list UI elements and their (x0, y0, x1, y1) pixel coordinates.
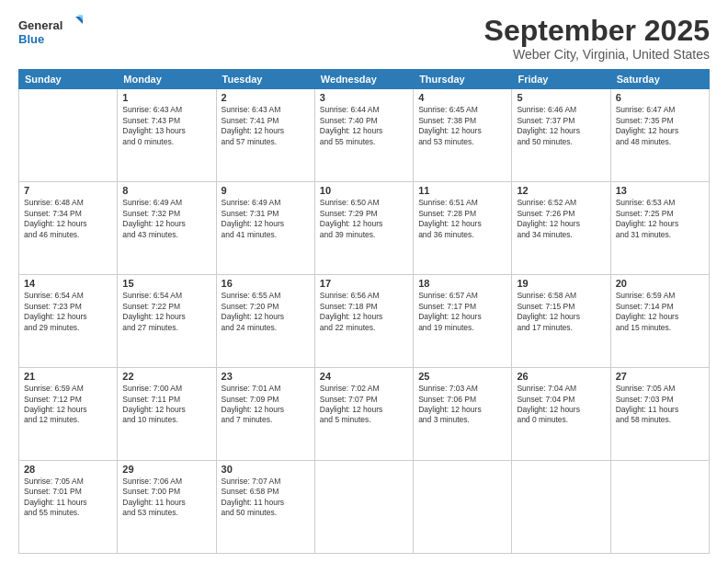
calendar-cell: 9Sunrise: 6:49 AMSunset: 7:31 PMDaylight… (216, 182, 314, 275)
weekday-header-monday: Monday (118, 70, 216, 89)
cell-info: Sunrise: 6:55 AMSunset: 7:20 PMDaylight:… (222, 291, 310, 333)
calendar-cell: 5Sunrise: 6:46 AMSunset: 7:37 PMDaylight… (512, 89, 610, 182)
cell-info: Sunrise: 6:54 AMSunset: 7:23 PMDaylight:… (24, 291, 112, 333)
week-row-1: 1Sunrise: 6:43 AMSunset: 7:43 PMDaylight… (19, 89, 710, 182)
day-number: 11 (418, 185, 506, 196)
calendar-cell: 7Sunrise: 6:48 AMSunset: 7:34 PMDaylight… (19, 182, 118, 275)
day-number: 3 (320, 92, 408, 103)
calendar-cell: 20Sunrise: 6:59 AMSunset: 7:14 PMDayligh… (610, 275, 709, 368)
calendar-cell: 26Sunrise: 7:04 AMSunset: 7:04 PMDayligh… (512, 368, 610, 461)
weekday-header-wednesday: Wednesday (314, 70, 413, 89)
cell-info: Sunrise: 6:58 AMSunset: 7:15 PMDaylight:… (517, 291, 605, 333)
day-number: 25 (418, 371, 506, 382)
svg-text:General: General (18, 18, 63, 32)
location: Weber City, Virginia, United States (484, 47, 710, 62)
day-number: 2 (222, 92, 310, 103)
cell-info: Sunrise: 6:45 AMSunset: 7:38 PMDaylight:… (418, 105, 506, 147)
title-block: September 2025 Weber City, Virginia, Uni… (484, 15, 710, 62)
cell-info: Sunrise: 7:04 AMSunset: 7:04 PMDaylight:… (517, 384, 605, 426)
day-number: 14 (24, 278, 112, 289)
calendar-cell (610, 461, 709, 554)
cell-info: Sunrise: 7:00 AMSunset: 7:11 PMDaylight:… (122, 384, 210, 426)
day-number: 30 (222, 464, 310, 475)
cell-info: Sunrise: 6:59 AMSunset: 7:14 PMDaylight:… (616, 291, 704, 333)
calendar-cell: 16Sunrise: 6:55 AMSunset: 7:20 PMDayligh… (216, 275, 314, 368)
weekday-header-saturday: Saturday (610, 70, 709, 89)
calendar-cell: 21Sunrise: 6:59 AMSunset: 7:12 PMDayligh… (19, 368, 118, 461)
calendar-cell (314, 461, 413, 554)
day-number: 9 (222, 185, 310, 196)
week-row-2: 7Sunrise: 6:48 AMSunset: 7:34 PMDaylight… (19, 182, 710, 275)
cell-info: Sunrise: 6:47 AMSunset: 7:35 PMDaylight:… (616, 105, 704, 147)
calendar-cell: 23Sunrise: 7:01 AMSunset: 7:09 PMDayligh… (216, 368, 314, 461)
calendar-cell (19, 89, 118, 182)
cell-info: Sunrise: 6:43 AMSunset: 7:41 PMDaylight:… (222, 105, 310, 147)
calendar-cell: 3Sunrise: 6:44 AMSunset: 7:40 PMDaylight… (314, 89, 413, 182)
day-number: 18 (418, 278, 506, 289)
calendar-table: SundayMondayTuesdayWednesdayThursdayFrid… (18, 69, 710, 554)
cell-info: Sunrise: 6:50 AMSunset: 7:29 PMDaylight:… (320, 198, 408, 240)
day-number: 22 (122, 371, 210, 382)
cell-info: Sunrise: 7:02 AMSunset: 7:07 PMDaylight:… (320, 384, 408, 426)
calendar-cell: 17Sunrise: 6:56 AMSunset: 7:18 PMDayligh… (314, 275, 413, 368)
day-number: 1 (122, 92, 210, 103)
weekday-header-row: SundayMondayTuesdayWednesdayThursdayFrid… (19, 70, 710, 89)
calendar-cell: 14Sunrise: 6:54 AMSunset: 7:23 PMDayligh… (19, 275, 118, 368)
cell-info: Sunrise: 7:07 AMSunset: 6:58 PMDaylight:… (222, 477, 310, 519)
day-number: 7 (24, 185, 112, 196)
calendar-cell (414, 461, 512, 554)
cell-info: Sunrise: 6:49 AMSunset: 7:32 PMDaylight:… (122, 198, 210, 240)
cell-info: Sunrise: 6:48 AMSunset: 7:34 PMDaylight:… (24, 198, 112, 240)
day-number: 23 (222, 371, 310, 382)
cell-info: Sunrise: 6:44 AMSunset: 7:40 PMDaylight:… (320, 105, 408, 147)
calendar-cell: 18Sunrise: 6:57 AMSunset: 7:17 PMDayligh… (414, 275, 512, 368)
header: General Blue September 2025 Weber City, … (18, 15, 710, 62)
week-row-4: 21Sunrise: 6:59 AMSunset: 7:12 PMDayligh… (19, 368, 710, 461)
calendar-cell: 29Sunrise: 7:06 AMSunset: 7:00 PMDayligh… (118, 461, 216, 554)
cell-info: Sunrise: 6:53 AMSunset: 7:25 PMDaylight:… (616, 198, 704, 240)
cell-info: Sunrise: 6:46 AMSunset: 7:37 PMDaylight:… (517, 105, 605, 147)
cell-info: Sunrise: 6:59 AMSunset: 7:12 PMDaylight:… (24, 384, 112, 426)
calendar-cell: 1Sunrise: 6:43 AMSunset: 7:43 PMDaylight… (118, 89, 216, 182)
calendar-cell: 4Sunrise: 6:45 AMSunset: 7:38 PMDaylight… (414, 89, 512, 182)
weekday-header-sunday: Sunday (19, 70, 118, 89)
day-number: 20 (616, 278, 704, 289)
cell-info: Sunrise: 7:05 AMSunset: 7:03 PMDaylight:… (616, 384, 704, 426)
calendar-cell: 11Sunrise: 6:51 AMSunset: 7:28 PMDayligh… (414, 182, 512, 275)
weekday-header-friday: Friday (512, 70, 610, 89)
cell-info: Sunrise: 7:05 AMSunset: 7:01 PMDaylight:… (24, 477, 112, 519)
day-number: 12 (517, 185, 605, 196)
logo: General Blue (18, 15, 83, 52)
week-row-5: 28Sunrise: 7:05 AMSunset: 7:01 PMDayligh… (19, 461, 710, 554)
calendar-cell: 30Sunrise: 7:07 AMSunset: 6:58 PMDayligh… (216, 461, 314, 554)
calendar-cell: 24Sunrise: 7:02 AMSunset: 7:07 PMDayligh… (314, 368, 413, 461)
svg-text:Blue: Blue (18, 32, 44, 46)
day-number: 5 (517, 92, 605, 103)
calendar-cell: 28Sunrise: 7:05 AMSunset: 7:01 PMDayligh… (19, 461, 118, 554)
calendar-cell: 19Sunrise: 6:58 AMSunset: 7:15 PMDayligh… (512, 275, 610, 368)
calendar-cell: 2Sunrise: 6:43 AMSunset: 7:41 PMDaylight… (216, 89, 314, 182)
weekday-header-thursday: Thursday (414, 70, 512, 89)
calendar-cell: 27Sunrise: 7:05 AMSunset: 7:03 PMDayligh… (610, 368, 709, 461)
day-number: 28 (24, 464, 112, 475)
day-number: 27 (616, 371, 704, 382)
day-number: 24 (320, 371, 408, 382)
day-number: 21 (24, 371, 112, 382)
day-number: 6 (616, 92, 704, 103)
cell-info: Sunrise: 6:52 AMSunset: 7:26 PMDaylight:… (517, 198, 605, 240)
day-number: 4 (418, 92, 506, 103)
logo-svg: General Blue (18, 15, 83, 52)
calendar-cell: 22Sunrise: 7:00 AMSunset: 7:11 PMDayligh… (118, 368, 216, 461)
cell-info: Sunrise: 6:49 AMSunset: 7:31 PMDaylight:… (222, 198, 310, 240)
page: General Blue September 2025 Weber City, … (0, 0, 728, 563)
day-number: 26 (517, 371, 605, 382)
calendar-cell (512, 461, 610, 554)
day-number: 17 (320, 278, 408, 289)
day-number: 19 (517, 278, 605, 289)
calendar-cell: 10Sunrise: 6:50 AMSunset: 7:29 PMDayligh… (314, 182, 413, 275)
calendar-cell: 13Sunrise: 6:53 AMSunset: 7:25 PMDayligh… (610, 182, 709, 275)
calendar-cell: 15Sunrise: 6:54 AMSunset: 7:22 PMDayligh… (118, 275, 216, 368)
cell-info: Sunrise: 6:57 AMSunset: 7:17 PMDaylight:… (418, 291, 506, 333)
calendar-cell: 12Sunrise: 6:52 AMSunset: 7:26 PMDayligh… (512, 182, 610, 275)
month-title: September 2025 (484, 15, 710, 47)
